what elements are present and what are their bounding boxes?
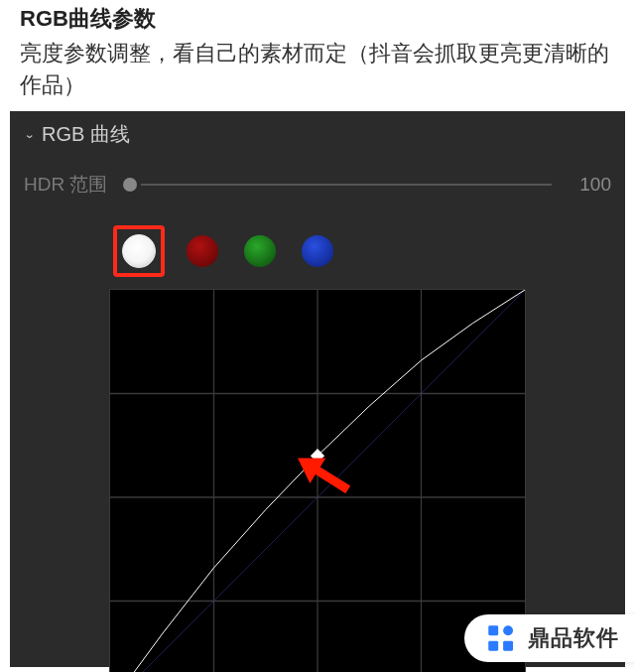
slider-knob-icon[interactable]: [123, 178, 137, 192]
svg-rect-11: [503, 641, 513, 651]
watermark-badge: 鼎品软件: [464, 614, 635, 662]
hdr-range-row: HDR 范围 100: [24, 172, 611, 198]
section-label: RGB 曲线: [42, 121, 130, 148]
svg-rect-8: [488, 625, 498, 635]
page-subtitle: 亮度参数调整，看自己的素材而定（抖音会抓取更亮更清晰的作品）: [20, 38, 615, 101]
svg-rect-10: [488, 641, 498, 651]
channel-selector: [113, 225, 611, 277]
page-title: RGB曲线参数: [20, 4, 615, 34]
section-header[interactable]: ⌄ RGB 曲线: [24, 121, 611, 148]
watermark-text: 鼎品软件: [528, 623, 619, 653]
logo-icon: [484, 621, 518, 655]
blue-channel-icon[interactable]: [302, 235, 333, 267]
white-channel-icon: [122, 234, 156, 268]
rgb-curve-panel: ⌄ RGB 曲线 HDR 范围 100: [10, 111, 625, 667]
hdr-value: 100: [566, 174, 611, 196]
hdr-slider[interactable]: [123, 178, 552, 192]
slider-track[interactable]: [141, 184, 552, 186]
svg-point-9: [503, 625, 513, 635]
green-channel-icon[interactable]: [244, 235, 276, 267]
red-channel-icon[interactable]: [187, 235, 218, 267]
curve-editor[interactable]: [109, 289, 526, 672]
chevron-down-icon: ⌄: [24, 128, 36, 141]
hdr-label: HDR 范围: [24, 172, 109, 198]
channel-white-selected[interactable]: [113, 225, 165, 277]
